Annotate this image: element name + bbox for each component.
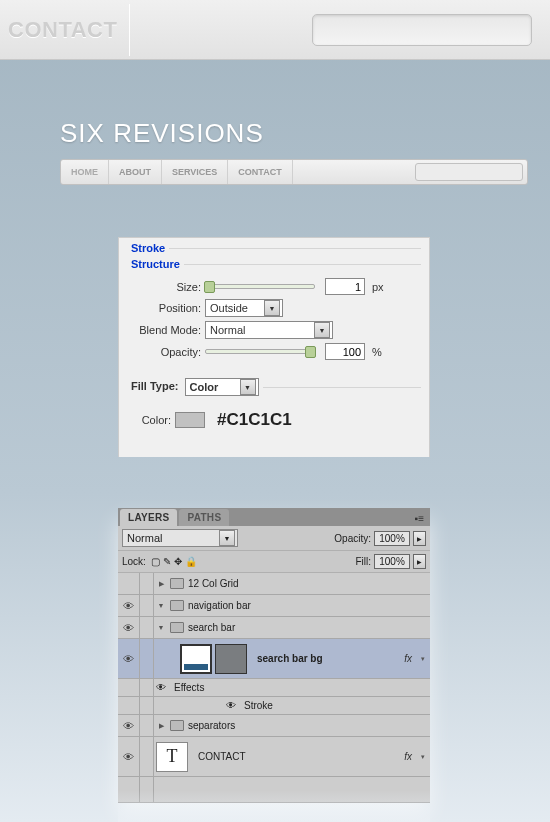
layer-name: 12 Col Grid xyxy=(188,578,239,589)
menu-home[interactable]: HOME xyxy=(61,160,109,184)
layer-name: search bar xyxy=(188,622,235,633)
visibility-toggle[interactable]: 👁 xyxy=(118,639,140,678)
chevron-down-icon: ▼ xyxy=(314,322,330,338)
preview-search-input[interactable] xyxy=(415,163,523,181)
visibility-toggle[interactable] xyxy=(118,697,140,715)
blend-value: Normal xyxy=(210,324,245,336)
layer-name: Effects xyxy=(174,682,204,693)
chevron-down-icon: ▼ xyxy=(264,300,280,316)
lock-position-icon[interactable]: ✥ xyxy=(174,556,182,567)
layer-name: CONTACT xyxy=(198,751,246,762)
site-title: SIX REVISIONS xyxy=(60,118,550,149)
opacity-input[interactable] xyxy=(325,343,365,360)
eye-icon[interactable]: 👁 xyxy=(226,700,236,711)
size-input[interactable] xyxy=(325,278,365,295)
visibility-toggle[interactable]: 👁 xyxy=(118,595,140,616)
link-cell[interactable] xyxy=(140,617,154,638)
layer-row[interactable]: 👁Stroke xyxy=(118,697,430,715)
layer-name: separators xyxy=(188,720,235,731)
lock-pixels-icon[interactable]: ✎ xyxy=(163,556,171,567)
link-cell[interactable] xyxy=(140,715,154,736)
slider-thumb-icon[interactable] xyxy=(204,281,215,293)
layer-mask-icon[interactable] xyxy=(215,644,247,674)
triangle-down-icon[interactable]: ▼ xyxy=(156,624,166,631)
fill-flyout-icon[interactable]: ▶ xyxy=(413,554,426,569)
filltype-label: Fill Type: xyxy=(131,380,178,392)
position-select[interactable]: Outside ▼ xyxy=(205,299,283,317)
visibility-toggle[interactable] xyxy=(118,679,140,697)
layers-list: ▶12 Col Grid 👁 ▼navigation bar 👁 ▼search… xyxy=(118,573,430,803)
link-cell[interactable] xyxy=(140,737,154,776)
chevron-down-icon: ▼ xyxy=(219,530,235,546)
layer-row[interactable]: 👁 ▼search bar xyxy=(118,617,430,639)
layer-row[interactable]: 👁 ▼navigation bar xyxy=(118,595,430,617)
visibility-toggle[interactable] xyxy=(118,573,140,594)
opacity-label: Opacity: xyxy=(127,346,201,358)
layer-row[interactable]: 👁 ▶separators xyxy=(118,715,430,737)
folder-icon xyxy=(170,622,184,633)
link-cell[interactable] xyxy=(140,697,154,715)
filltype-select[interactable]: Color ▼ xyxy=(185,378,259,396)
visibility-toggle[interactable] xyxy=(118,777,140,802)
panel-menu-icon[interactable]: ▪≡ xyxy=(409,511,430,526)
layer-row[interactable]: 👁 T CONTACT fx ▾ xyxy=(118,737,430,777)
filltype-fieldset: Fill Type: Color ▼ Color: #C1C1C1 xyxy=(127,378,421,440)
top-search-input[interactable] xyxy=(312,14,532,46)
stroke-legend: Stroke xyxy=(127,242,169,254)
layer-opacity-input[interactable]: 100% xyxy=(374,531,410,546)
link-cell[interactable] xyxy=(140,595,154,616)
visibility-toggle[interactable]: 👁 xyxy=(118,715,140,736)
layer-row[interactable]: 👁Effects xyxy=(118,679,430,697)
size-unit: px xyxy=(372,281,384,293)
layer-blend-value: Normal xyxy=(127,532,162,544)
lock-label: Lock: xyxy=(122,556,146,567)
filltype-value: Color xyxy=(190,381,219,393)
triangle-right-icon[interactable]: ▶ xyxy=(156,722,166,730)
menu-contact[interactable]: CONTACT xyxy=(228,160,292,184)
color-hex: #C1C1C1 xyxy=(217,410,292,430)
size-slider[interactable] xyxy=(205,284,315,289)
blend-select[interactable]: Normal ▼ xyxy=(205,321,333,339)
eye-icon[interactable]: 👁 xyxy=(156,682,166,693)
structure-fieldset: Structure Size: px Position: Outside ▼ B… xyxy=(127,258,421,370)
tab-layers[interactable]: LAYERS xyxy=(120,509,177,526)
stroke-settings-panel: Stroke Structure Size: px Position: Outs… xyxy=(118,237,430,457)
lock-transparency-icon[interactable]: ▢ xyxy=(151,556,160,567)
visibility-toggle[interactable]: 👁 xyxy=(118,737,140,776)
lock-fill-row: Lock: ▢ ✎ ✥ 🔒 Fill: 100% ▶ xyxy=(118,551,430,573)
stroke-fieldset: Stroke Structure Size: px Position: Outs… xyxy=(127,242,421,446)
layer-row[interactable]: ▶12 Col Grid xyxy=(118,573,430,595)
link-cell[interactable] xyxy=(140,639,154,678)
menu-services[interactable]: SERVICES xyxy=(162,160,228,184)
fx-badge[interactable]: fx xyxy=(404,751,412,762)
link-cell[interactable] xyxy=(140,777,154,802)
layer-thumbnail-icon[interactable] xyxy=(180,644,212,674)
layer-thumbs xyxy=(180,644,247,674)
layer-fill-input[interactable]: 100% xyxy=(374,554,410,569)
nav-divider xyxy=(129,4,130,56)
position-value: Outside xyxy=(210,302,248,314)
fx-badge[interactable]: fx xyxy=(404,653,412,664)
top-navbar: CONTACT xyxy=(0,0,550,60)
layer-row-selected[interactable]: 👁 search bar bg fx ▾ xyxy=(118,639,430,679)
slider-thumb-icon[interactable] xyxy=(305,346,316,358)
menu-about[interactable]: ABOUT xyxy=(109,160,162,184)
opacity-slider[interactable] xyxy=(205,349,315,354)
layer-row[interactable] xyxy=(118,777,430,803)
triangle-down-icon[interactable]: ▼ xyxy=(156,602,166,609)
triangle-down-icon[interactable]: ▾ xyxy=(418,753,428,761)
link-cell[interactable] xyxy=(140,573,154,594)
color-swatch[interactable] xyxy=(175,412,205,428)
layer-name: Stroke xyxy=(244,700,273,711)
opacity-flyout-icon[interactable]: ▶ xyxy=(413,531,426,546)
triangle-down-icon[interactable]: ▾ xyxy=(418,655,428,663)
text-layer-icon[interactable]: T xyxy=(156,742,188,772)
visibility-toggle[interactable]: 👁 xyxy=(118,617,140,638)
structure-legend: Structure xyxy=(127,258,184,270)
layer-blend-select[interactable]: Normal ▼ xyxy=(122,529,238,547)
triangle-right-icon[interactable]: ▶ xyxy=(156,580,166,588)
blend-opacity-row: Normal ▼ Opacity: 100% ▶ xyxy=(118,526,430,551)
tab-paths[interactable]: PATHS xyxy=(179,509,229,526)
lock-all-icon[interactable]: 🔒 xyxy=(185,556,197,567)
link-cell[interactable] xyxy=(140,679,154,697)
